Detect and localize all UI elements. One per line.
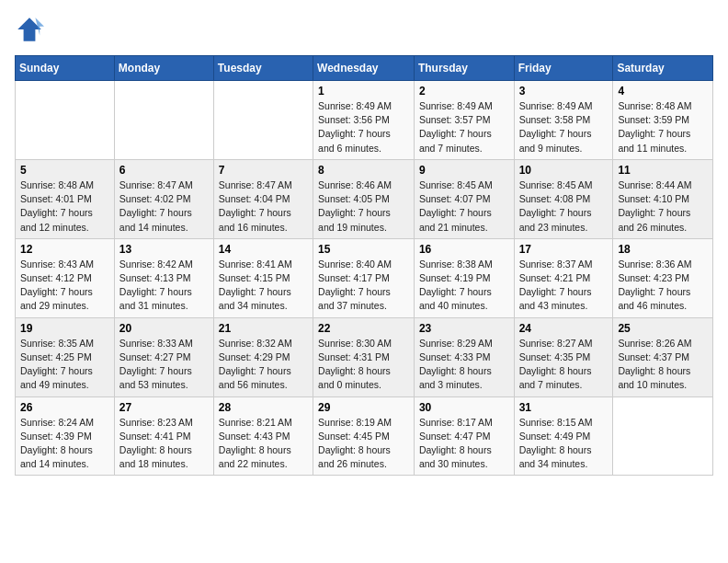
day-number: 22 <box>318 322 409 335</box>
day-info: Sunrise: 8:37 AMSunset: 4:21 PMDaylight:… <box>519 258 609 314</box>
calendar-header: SundayMondayTuesdayWednesdayThursdayFrid… <box>16 56 713 81</box>
calendar-day-cell: 10Sunrise: 8:45 AMSunset: 4:08 PMDayligh… <box>514 159 613 238</box>
day-info: Sunrise: 8:42 AMSunset: 4:13 PMDaylight:… <box>119 258 209 314</box>
day-number: 16 <box>419 243 509 256</box>
day-info: Sunrise: 8:24 AMSunset: 4:39 PMDaylight:… <box>20 416 109 472</box>
day-info: Sunrise: 8:49 AMSunset: 3:58 PMDaylight:… <box>519 99 609 155</box>
calendar-table: SundayMondayTuesdayWednesdayThursdayFrid… <box>15 55 713 476</box>
day-info: Sunrise: 8:40 AMSunset: 4:17 PMDaylight:… <box>318 258 409 314</box>
calendar-day-cell: 5Sunrise: 8:48 AMSunset: 4:01 PMDaylight… <box>16 159 115 238</box>
weekday-header-tuesday: Tuesday <box>213 56 313 81</box>
calendar-day-cell: 29Sunrise: 8:19 AMSunset: 4:45 PMDayligh… <box>313 396 415 476</box>
calendar-day-cell: 26Sunrise: 8:24 AMSunset: 4:39 PMDayligh… <box>16 396 115 476</box>
day-info: Sunrise: 8:29 AMSunset: 4:33 PMDaylight:… <box>419 337 509 393</box>
day-number: 19 <box>20 322 109 335</box>
day-number: 26 <box>20 401 109 414</box>
day-number: 8 <box>318 164 409 177</box>
day-number: 25 <box>618 322 708 335</box>
calendar-day-cell: 19Sunrise: 8:35 AMSunset: 4:25 PMDayligh… <box>16 317 115 396</box>
day-info: Sunrise: 8:49 AMSunset: 3:56 PMDaylight:… <box>318 99 409 155</box>
day-number: 21 <box>219 322 308 335</box>
day-number: 2 <box>419 85 509 98</box>
calendar-day-cell: 7Sunrise: 8:47 AMSunset: 4:04 PMDaylight… <box>213 159 313 238</box>
calendar-day-cell: 18Sunrise: 8:36 AMSunset: 4:23 PMDayligh… <box>613 238 713 317</box>
weekday-header-saturday: Saturday <box>613 56 713 81</box>
day-number: 3 <box>519 85 609 98</box>
day-info: Sunrise: 8:15 AMSunset: 4:49 PMDaylight:… <box>519 416 609 472</box>
calendar-day-cell: 4Sunrise: 8:48 AMSunset: 3:59 PMDaylight… <box>613 81 713 160</box>
calendar-day-cell: 13Sunrise: 8:42 AMSunset: 4:13 PMDayligh… <box>114 238 213 317</box>
day-info: Sunrise: 8:41 AMSunset: 4:15 PMDaylight:… <box>219 258 308 314</box>
day-number: 18 <box>618 243 708 256</box>
day-info: Sunrise: 8:45 AMSunset: 4:07 PMDaylight:… <box>419 178 509 235</box>
day-number: 10 <box>519 164 609 177</box>
calendar-day-cell: 30Sunrise: 8:17 AMSunset: 4:47 PMDayligh… <box>414 396 514 476</box>
day-number: 9 <box>419 164 509 177</box>
calendar-day-cell: 25Sunrise: 8:26 AMSunset: 4:37 PMDayligh… <box>613 317 713 396</box>
weekday-header-wednesday: Wednesday <box>313 56 415 81</box>
calendar-day-cell: 11Sunrise: 8:44 AMSunset: 4:10 PMDayligh… <box>613 159 713 238</box>
weekday-header-row: SundayMondayTuesdayWednesdayThursdayFrid… <box>16 56 713 81</box>
calendar-week-row: 12Sunrise: 8:43 AMSunset: 4:12 PMDayligh… <box>16 238 713 317</box>
day-number: 28 <box>219 401 308 414</box>
calendar-day-cell: 24Sunrise: 8:27 AMSunset: 4:35 PMDayligh… <box>514 317 613 396</box>
day-number: 14 <box>219 243 308 256</box>
calendar-day-cell <box>213 81 313 160</box>
weekday-header-thursday: Thursday <box>414 56 514 81</box>
calendar-day-cell: 16Sunrise: 8:38 AMSunset: 4:19 PMDayligh… <box>414 238 514 317</box>
calendar-day-cell: 1Sunrise: 8:49 AMSunset: 3:56 PMDaylight… <box>313 81 415 160</box>
weekday-header-monday: Monday <box>114 56 213 81</box>
weekday-header-sunday: Sunday <box>16 56 115 81</box>
day-number: 31 <box>519 401 609 414</box>
day-info: Sunrise: 8:30 AMSunset: 4:31 PMDaylight:… <box>318 337 409 393</box>
day-info: Sunrise: 8:45 AMSunset: 4:08 PMDaylight:… <box>519 178 609 235</box>
calendar-day-cell: 31Sunrise: 8:15 AMSunset: 4:49 PMDayligh… <box>514 396 613 476</box>
day-info: Sunrise: 8:47 AMSunset: 4:02 PMDaylight:… <box>119 178 209 235</box>
day-info: Sunrise: 8:36 AMSunset: 4:23 PMDaylight:… <box>618 258 708 314</box>
day-number: 13 <box>119 243 209 256</box>
day-info: Sunrise: 8:48 AMSunset: 4:01 PMDaylight:… <box>20 178 109 235</box>
calendar-week-row: 5Sunrise: 8:48 AMSunset: 4:01 PMDaylight… <box>16 159 713 238</box>
day-info: Sunrise: 8:49 AMSunset: 3:57 PMDaylight:… <box>419 99 509 155</box>
day-info: Sunrise: 8:17 AMSunset: 4:47 PMDaylight:… <box>419 416 509 472</box>
day-number: 6 <box>119 164 209 177</box>
day-info: Sunrise: 8:46 AMSunset: 4:05 PMDaylight:… <box>318 178 409 235</box>
day-info: Sunrise: 8:47 AMSunset: 4:04 PMDaylight:… <box>219 178 308 235</box>
day-info: Sunrise: 8:38 AMSunset: 4:19 PMDaylight:… <box>419 258 509 314</box>
calendar-day-cell: 23Sunrise: 8:29 AMSunset: 4:33 PMDayligh… <box>414 317 514 396</box>
day-info: Sunrise: 8:48 AMSunset: 3:59 PMDaylight:… <box>618 99 708 155</box>
day-info: Sunrise: 8:35 AMSunset: 4:25 PMDaylight:… <box>20 337 109 393</box>
calendar-day-cell: 21Sunrise: 8:32 AMSunset: 4:29 PMDayligh… <box>213 317 313 396</box>
logo-icon <box>15 15 44 44</box>
calendar-day-cell: 8Sunrise: 8:46 AMSunset: 4:05 PMDaylight… <box>313 159 415 238</box>
day-number: 11 <box>618 164 708 177</box>
calendar-day-cell: 28Sunrise: 8:21 AMSunset: 4:43 PMDayligh… <box>213 396 313 476</box>
weekday-header-friday: Friday <box>514 56 613 81</box>
calendar-body: 1Sunrise: 8:49 AMSunset: 3:56 PMDaylight… <box>16 81 713 476</box>
calendar-day-cell <box>613 396 713 476</box>
calendar-day-cell: 22Sunrise: 8:30 AMSunset: 4:31 PMDayligh… <box>313 317 415 396</box>
calendar-day-cell: 2Sunrise: 8:49 AMSunset: 3:57 PMDaylight… <box>414 81 514 160</box>
day-number: 7 <box>219 164 308 177</box>
day-number: 12 <box>20 243 109 256</box>
day-number: 30 <box>419 401 509 414</box>
day-number: 5 <box>20 164 109 177</box>
day-info: Sunrise: 8:32 AMSunset: 4:29 PMDaylight:… <box>219 337 308 393</box>
calendar-day-cell: 17Sunrise: 8:37 AMSunset: 4:21 PMDayligh… <box>514 238 613 317</box>
day-info: Sunrise: 8:44 AMSunset: 4:10 PMDaylight:… <box>618 178 708 235</box>
calendar-week-row: 1Sunrise: 8:49 AMSunset: 3:56 PMDaylight… <box>16 81 713 160</box>
day-info: Sunrise: 8:27 AMSunset: 4:35 PMDaylight:… <box>519 337 609 393</box>
day-number: 20 <box>119 322 209 335</box>
calendar-day-cell: 6Sunrise: 8:47 AMSunset: 4:02 PMDaylight… <box>114 159 213 238</box>
day-number: 15 <box>318 243 409 256</box>
day-info: Sunrise: 8:43 AMSunset: 4:12 PMDaylight:… <box>20 258 109 314</box>
calendar-day-cell: 27Sunrise: 8:23 AMSunset: 4:41 PMDayligh… <box>114 396 213 476</box>
calendar-week-row: 19Sunrise: 8:35 AMSunset: 4:25 PMDayligh… <box>16 317 713 396</box>
day-number: 29 <box>318 401 409 414</box>
day-number: 23 <box>419 322 509 335</box>
calendar-week-row: 26Sunrise: 8:24 AMSunset: 4:39 PMDayligh… <box>16 396 713 476</box>
day-number: 17 <box>519 243 609 256</box>
calendar-day-cell: 15Sunrise: 8:40 AMSunset: 4:17 PMDayligh… <box>313 238 415 317</box>
logo <box>15 15 48 44</box>
calendar-day-cell <box>16 81 115 160</box>
